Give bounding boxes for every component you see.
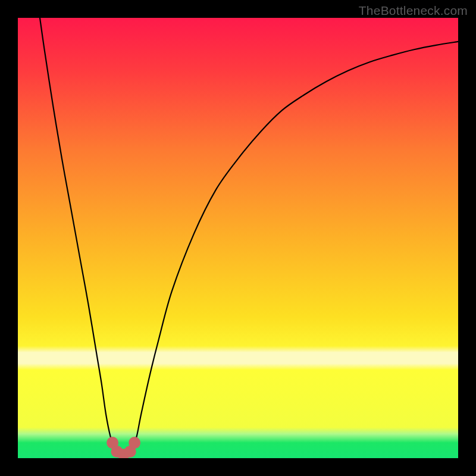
watermark-text: TheBottleneck.com (359, 4, 468, 18)
curve-layer (18, 18, 458, 458)
bottleneck-curve (40, 18, 458, 458)
minimum-marker (129, 437, 140, 449)
plot-frame (18, 18, 458, 458)
minimum-marker-cluster (107, 437, 140, 458)
